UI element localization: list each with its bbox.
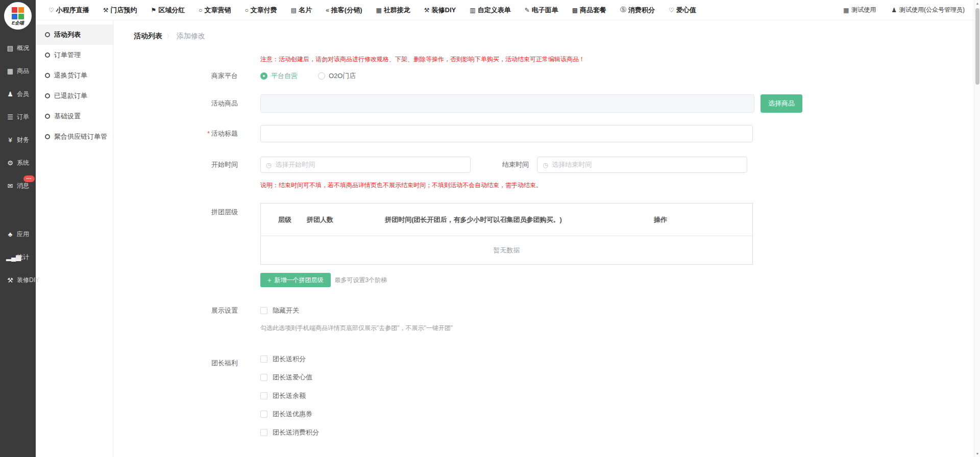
topnav-item-10[interactable]: ✎电子面单: [525, 6, 558, 15]
finance-yuan-icon: ¥: [6, 136, 14, 144]
goods-label: 活动商品: [177, 98, 238, 109]
submenu-item-0[interactable]: 活动列表: [36, 24, 113, 45]
topnav-item-label: 名片: [299, 6, 312, 15]
breadcrumb-parent[interactable]: 活动列表: [134, 32, 162, 41]
app-logo[interactable]: E企喵: [4, 2, 32, 30]
table-header-cell: 层级: [261, 215, 307, 224]
heart-icon: ♡: [669, 7, 674, 14]
add-level-label: 新增一个拼团层级: [275, 276, 324, 285]
hide-switch-checkbox[interactable]: 隐藏开关: [260, 306, 299, 315]
system-gear-icon: ⚙: [6, 159, 14, 167]
topnav-item-12[interactable]: Ⓢ消费积分: [620, 6, 655, 15]
topnav-item-label: 社群接龙: [384, 6, 410, 15]
checkbox-icon: [260, 392, 267, 399]
flag-icon: ⚑: [151, 7, 157, 14]
sidebar-item-0[interactable]: ▤概况: [0, 37, 36, 60]
goods-icon: ▦: [6, 67, 14, 75]
circle-bullet-icon: [45, 93, 50, 98]
scroll-down-arrow-icon[interactable]: ▼: [974, 452, 980, 455]
topnav-item-11[interactable]: ▩商品套餐: [572, 6, 606, 15]
sidebar-item-3[interactable]: ☰订单: [0, 106, 36, 129]
topnav-item-label: 装修DIY: [432, 6, 456, 15]
add-level-button[interactable]: + 新增一个拼团层级: [260, 273, 331, 287]
sidebar-item-label: 概况: [17, 44, 29, 53]
sidebar-item-label: 消息: [17, 182, 29, 190]
topnav-item-5[interactable]: ▤名片: [291, 6, 312, 15]
scrollbar-thumb[interactable]: [975, 8, 979, 85]
topnav-item-label: 区域分红: [158, 6, 185, 15]
submenu-item-2[interactable]: 退换货订单: [36, 65, 113, 86]
benefit-checkbox-1[interactable]: 团长送爱心值: [260, 373, 312, 382]
card-icon: ▤: [291, 7, 297, 14]
submenu-item-label: 聚合供应链订单管: [54, 132, 107, 141]
orders-cart-icon: ☰: [6, 113, 14, 121]
topnav-item-7[interactable]: ▦社群接龙: [376, 6, 410, 15]
topnav-item-6[interactable]: «推客(分销): [326, 6, 362, 15]
topnav-item-3[interactable]: ○文章营销: [199, 6, 231, 15]
account-menu[interactable]: ♟ 测试使用(公众号管理员): [891, 6, 965, 14]
sidebar-item-8[interactable]: ▂▄▆统计: [0, 246, 36, 269]
primary-sidebar: E企喵 ▤概况▦商品♟会员☰订单¥财务⚙系统✉消息•••♣应用▂▄▆统计⚒装修D…: [0, 0, 36, 457]
sidebar-item-6[interactable]: ✉消息•••: [0, 174, 36, 197]
platform-label: 商家平台: [177, 71, 238, 81]
table-header-row: 层级拼团人数拼团时间(团长开团后，有多少小时可以召集团员参团购买。)操作: [261, 204, 752, 236]
unread-badge: •••: [23, 175, 35, 182]
add-level-note: 最多可设置3个阶梯: [335, 276, 387, 285]
benefit-checkbox-0[interactable]: 团长送积分: [260, 354, 306, 364]
submenu-item-4[interactable]: 基础设置: [36, 106, 113, 126]
benefit-row-1: 团长送爱心值: [260, 372, 319, 383]
sidebar-item-label: 会员: [17, 90, 29, 98]
sidebar-item-9[interactable]: ⚒装修DIY: [0, 269, 36, 292]
activity-goods-input[interactable]: [260, 94, 754, 113]
group-levels-table: 层级拼团人数拼团时间(团长开团后，有多少小时可以召集团员参团购买。)操作 暂无数…: [260, 203, 753, 265]
submenu-item-5[interactable]: 聚合供应链订单管: [36, 126, 113, 147]
radio-platform-self[interactable]: 平台自营: [260, 71, 298, 81]
stats-chart-icon: ▂▄▆: [6, 253, 14, 261]
grid-icon: ▦: [843, 7, 849, 14]
end-time-input[interactable]: ◷ 选择结束时间: [537, 157, 747, 173]
start-time-label: 开始时间: [177, 160, 238, 170]
submenu-item-1[interactable]: 订单管理: [36, 45, 113, 65]
submenu-item-label: 退换货订单: [54, 71, 87, 80]
submenu-item-3[interactable]: 已退款订单: [36, 86, 113, 106]
hammer-icon: ⚒: [103, 7, 109, 14]
start-time-input[interactable]: ◷ 选择开始时间: [260, 157, 471, 173]
sidebar-gap: [0, 197, 36, 223]
checkbox-icon: [260, 356, 267, 363]
sidebar-item-5[interactable]: ⚙系统: [0, 151, 36, 174]
topnav-item-2[interactable]: ⚑区域分红: [151, 6, 185, 15]
submenu-item-label: 基础设置: [54, 112, 81, 121]
topnav-item-1[interactable]: ⚒门店预约: [103, 6, 137, 15]
topnav-item-13[interactable]: ♡爱心值: [669, 6, 696, 15]
benefit-checkbox-3[interactable]: 团长送优惠券: [260, 410, 312, 419]
required-asterisk: *: [207, 130, 210, 137]
topnav-item-8[interactable]: ⚒装修DIY: [424, 6, 456, 15]
sidebar-item-2[interactable]: ♟会员: [0, 83, 36, 106]
logo-text: E企喵: [12, 20, 24, 27]
topnav-item-0[interactable]: ♡小程序直播: [48, 6, 89, 15]
topnav-item-9[interactable]: ▥自定义表单: [470, 6, 510, 15]
radio-platform-o2o[interactable]: O2O门店: [318, 71, 356, 81]
scroll-up-arrow-icon[interactable]: ▲: [974, 2, 980, 5]
circle-bullet-icon: [45, 134, 50, 139]
activity-form: 注意：活动创建后，请勿对该商品进行修改规格、下架、删除等操作，否则影响下单购买，…: [113, 55, 974, 457]
sidebar-item-1[interactable]: ▦商品: [0, 60, 36, 83]
activity-title-input[interactable]: [260, 125, 753, 142]
message-bubble-icon: ✉: [6, 182, 14, 190]
empty-data-text: 暂无数据: [494, 246, 520, 255]
circle-bullet-icon: [45, 73, 50, 78]
table-empty-row: 暂无数据: [261, 236, 752, 264]
page-scrollbar[interactable]: ▲ ▼: [974, 0, 980, 457]
circle-bullet-icon: [45, 114, 50, 119]
radio-label: O2O门店: [329, 71, 356, 81]
workspace-switcher[interactable]: ▦ 测试使用: [843, 6, 876, 14]
topnav-item-4[interactable]: ○文章付费: [245, 6, 277, 15]
benefit-checkbox-4[interactable]: 团长送消费积分: [260, 428, 319, 437]
sidebar-item-7[interactable]: ♣应用: [0, 223, 36, 246]
start-time-placeholder: 选择开始时间: [275, 160, 315, 169]
main-content: 活动列表 〉 添加修改 注意：活动创建后，请勿对该商品进行修改规格、下架、删除等…: [113, 20, 974, 457]
sidebar-item-4[interactable]: ¥财务: [0, 129, 36, 151]
select-goods-button[interactable]: 选择商品: [761, 94, 802, 113]
sidebar-item-label: 系统: [17, 159, 29, 167]
benefit-checkbox-2[interactable]: 团长送余额: [260, 391, 306, 400]
